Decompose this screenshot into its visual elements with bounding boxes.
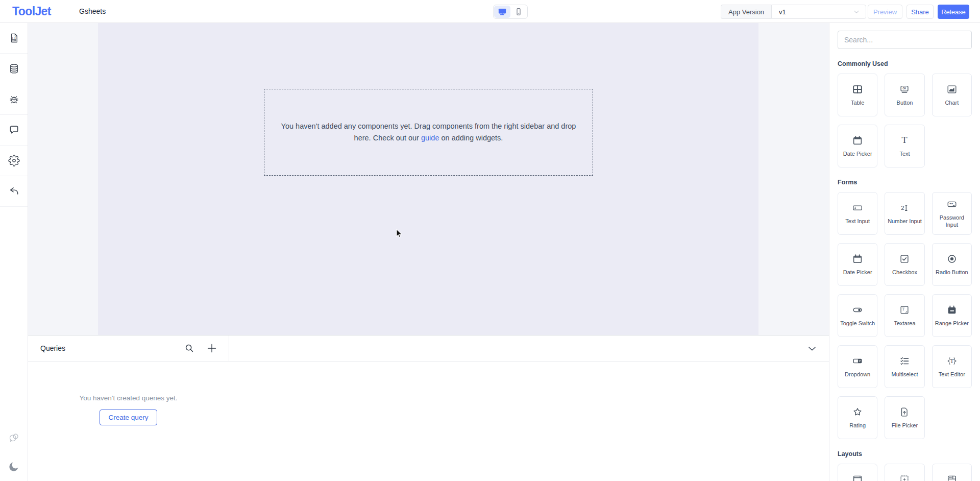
app-root: ToolJet Gsheets App Version v1 Preview S… — [0, 0, 980, 481]
plus-icon[interactable] — [206, 342, 218, 354]
svg-text:T: T — [902, 306, 905, 311]
app-version-group: App Version v1 — [721, 5, 866, 19]
textarea-icon: T — [899, 304, 910, 316]
mobile-layout-button[interactable] — [510, 6, 527, 18]
svg-text:T: T — [902, 135, 908, 145]
widget-card-toggle-switch[interactable]: Toggle Switch — [838, 294, 877, 337]
release-button[interactable]: Release — [938, 5, 969, 19]
device-layout-toggle — [493, 5, 528, 19]
share-button[interactable]: Share — [906, 5, 934, 19]
widget-card-range-picker[interactable]: Range Picker — [932, 294, 972, 337]
datepicker-icon — [852, 135, 863, 146]
widget-card-table[interactable]: Table — [838, 74, 877, 116]
svg-text:T: T — [950, 358, 954, 365]
widget-card-number-input[interactable]: 2Number Input — [885, 192, 924, 235]
dark-mode-moon-icon — [8, 461, 20, 473]
canvas-empty-dropzone[interactable]: You haven't added any components yet. Dr… — [264, 89, 593, 176]
widget-card-button[interactable]: OKButton — [885, 74, 924, 116]
app-canvas[interactable]: You haven't added any components yet. Dr… — [98, 23, 758, 335]
app-version-value: v1 — [779, 8, 786, 16]
widget-card-checkbox[interactable]: Checkbox — [885, 243, 924, 286]
dropdown-icon — [852, 355, 863, 367]
sidebar-button-help-chat[interactable] — [0, 424, 28, 452]
app-version-select[interactable]: v1 — [771, 5, 866, 19]
widget-card-multiselect[interactable]: Multiselect — [885, 345, 924, 388]
table-icon — [852, 84, 863, 95]
container-icon — [899, 474, 910, 481]
widget-card-label: Rating — [848, 422, 867, 429]
svg-text:{;}: {;} — [11, 36, 16, 39]
guide-link[interactable]: guide — [421, 134, 439, 142]
widget-card-container[interactable]: Container — [885, 464, 924, 481]
checkbox-icon — [899, 253, 910, 264]
radio-button-icon — [946, 253, 958, 264]
queries-list-empty-state: You haven't created queries yet. Create … — [28, 362, 229, 481]
widget-card-label: Date Picker — [842, 269, 874, 276]
widget-card-text[interactable]: TText — [885, 125, 924, 167]
widget-card-chart[interactable]: Chart — [932, 74, 972, 116]
queries-panel-title: Queries — [40, 344, 65, 352]
sidebar-button-database[interactable] — [0, 54, 28, 84]
desktop-layout-button[interactable] — [494, 6, 510, 18]
text-icon: T — [899, 135, 910, 146]
datepicker-icon — [852, 253, 863, 264]
widget-card-textarea[interactable]: TTextarea — [885, 294, 924, 337]
widget-grid: Text Input2Number Input**Password InputD… — [838, 192, 972, 439]
database-icon — [8, 63, 20, 75]
widget-card-radio-button[interactable]: Radio Button — [932, 243, 972, 286]
widget-grid: ModalContainerTabs — [838, 464, 972, 481]
sidebar-spacer — [0, 207, 28, 424]
queries-panel-divider — [229, 335, 229, 361]
file-picker-icon — [899, 406, 910, 418]
search-icon[interactable] — [184, 343, 195, 354]
tooljet-logo[interactable]: ToolJet — [12, 5, 51, 18]
topbar: ToolJet Gsheets App Version v1 Preview S… — [0, 0, 980, 23]
widget-card-text-editor[interactable]: TText Editor — [932, 345, 972, 388]
widgets-sidebar: Commonly UsedTableOKButtonChartDate Pick… — [829, 23, 980, 481]
widget-card-file-picker[interactable]: File Picker — [885, 396, 924, 439]
widget-search-input[interactable] — [838, 31, 972, 49]
empty-message-text-after: on adding widgets. — [439, 134, 503, 142]
widget-card-label: Date Picker — [842, 150, 874, 157]
app-version-label: App Version — [721, 5, 771, 19]
toggle-switch-icon — [852, 304, 863, 316]
sidebar-button-comments[interactable] — [0, 115, 28, 146]
create-query-button[interactable]: Create query — [100, 410, 157, 425]
widget-card-tabs[interactable]: Tabs — [932, 464, 972, 481]
widget-card-label: Radio Button — [934, 269, 970, 276]
widget-grid: TableOKButtonChartDate PickerTText — [838, 74, 972, 167]
widget-card-label: Table — [849, 99, 866, 106]
chevron-down-icon — [852, 8, 861, 16]
preview-button[interactable]: Preview — [868, 5, 902, 19]
widget-card-date-picker[interactable]: Date Picker — [838, 243, 877, 286]
widget-card-label: Number Input — [886, 218, 923, 225]
sidebar-button-dark-mode-moon[interactable] — [0, 452, 28, 481]
sidebar-button-settings[interactable] — [0, 146, 28, 176]
sidebar-button-debugger[interactable] — [0, 84, 28, 115]
modal-icon — [852, 474, 863, 481]
widget-card-label: Range Picker — [934, 320, 970, 327]
sidebar-button-inspector[interactable]: {;} — [0, 23, 28, 54]
chevron-down-icon[interactable] — [806, 343, 818, 354]
widget-card-dropdown[interactable]: Dropdown — [838, 345, 877, 388]
comments-icon — [8, 124, 20, 136]
widget-card-rating[interactable]: Rating — [838, 396, 877, 439]
widget-card-text-input[interactable]: Text Input — [838, 192, 877, 235]
canvas-empty-message: You haven't added any components yet. Dr… — [281, 121, 577, 144]
app-title[interactable]: Gsheets — [79, 7, 106, 15]
mobile-icon — [514, 8, 523, 16]
widget-section-title: Commonly Used — [838, 60, 972, 67]
tabs-icon — [946, 474, 958, 481]
widget-card-date-picker[interactable]: Date Picker — [838, 125, 877, 167]
widget-card-label: Button — [895, 99, 915, 106]
sidebar-button-undo[interactable] — [0, 176, 28, 207]
widget-card-modal[interactable]: Modal — [838, 464, 877, 481]
button-icon: OK — [899, 84, 910, 95]
number-input-icon: 2 — [899, 202, 910, 213]
chart-icon — [946, 84, 958, 95]
debugger-icon — [8, 93, 20, 105]
svg-text:**: ** — [949, 202, 953, 207]
left-sidebar: {;} — [0, 23, 28, 481]
widget-card-password-input[interactable]: **Password Input — [932, 192, 972, 235]
canvas-region: You haven't added any components yet. Dr… — [28, 23, 829, 335]
